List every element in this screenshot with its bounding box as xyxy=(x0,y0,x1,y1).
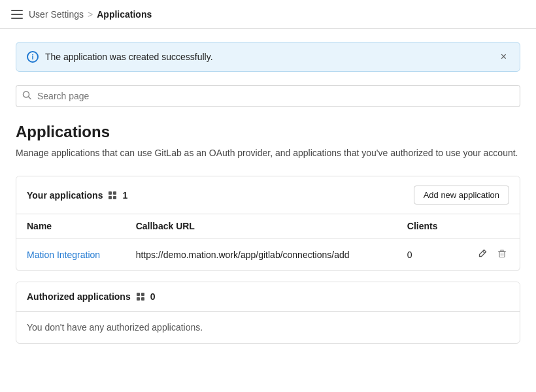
your-applications-header: Your applications 1 Add new application xyxy=(16,176,520,214)
col-actions xyxy=(456,214,520,238)
your-applications-title-group: Your applications 1 xyxy=(27,190,127,201)
svg-rect-5 xyxy=(109,191,112,195)
search-container xyxy=(16,85,520,107)
svg-rect-0 xyxy=(11,10,23,11)
alert-close-button[interactable]: × xyxy=(498,50,509,63)
page-description: Manage applications that can use GitLab … xyxy=(16,146,520,160)
edit-application-button[interactable] xyxy=(475,246,490,263)
info-icon: i xyxy=(27,51,39,63)
authorized-applications-label: Authorized applications xyxy=(27,291,131,302)
authorized-apps-grid-icon xyxy=(136,292,145,301)
app-clients-cell: 0 xyxy=(397,238,456,271)
authorized-applications-title-group: Authorized applications 0 xyxy=(27,291,155,302)
breadcrumb-current: Applications xyxy=(97,9,152,20)
authorized-applications-count: 0 xyxy=(150,291,156,302)
svg-line-4 xyxy=(29,97,31,99)
app-callback-url-cell: https://demo.mation.work/app/gitlab/conn… xyxy=(126,238,397,271)
table-header-row: Name Callback URL Clients xyxy=(16,214,520,238)
delete-application-button[interactable] xyxy=(495,246,509,263)
search-icon xyxy=(22,91,31,102)
app-actions-cell xyxy=(456,238,520,271)
top-nav: User Settings > Applications xyxy=(0,0,536,29)
table-row: Mation Integration https://demo.mation.w… xyxy=(16,238,520,271)
breadcrumb-parent[interactable]: User Settings xyxy=(29,9,84,20)
page-title: Applications xyxy=(16,123,520,141)
applications-table: Name Callback URL Clients Mation Integra… xyxy=(16,214,520,270)
alert-message: The application was created successfully… xyxy=(45,52,213,62)
svg-rect-17 xyxy=(141,297,144,301)
authorized-applications-card: Authorized applications 0 You don't have… xyxy=(16,282,520,344)
authorized-empty-message: You don't have any authorized applicatio… xyxy=(16,312,520,343)
breadcrumb: User Settings > Applications xyxy=(29,9,152,20)
col-clients: Clients xyxy=(397,214,456,238)
apps-grid-icon xyxy=(108,191,117,200)
svg-rect-1 xyxy=(11,14,23,15)
app-name-cell: Mation Integration xyxy=(16,238,126,271)
svg-rect-14 xyxy=(137,293,140,296)
your-applications-label: Your applications xyxy=(27,190,103,201)
col-callback-url: Callback URL xyxy=(126,214,397,238)
svg-rect-7 xyxy=(109,196,112,199)
app-name-link[interactable]: Mation Integration xyxy=(27,250,100,260)
svg-rect-15 xyxy=(141,293,144,296)
svg-rect-8 xyxy=(113,196,116,199)
svg-rect-16 xyxy=(137,297,140,301)
search-input[interactable] xyxy=(16,85,520,107)
alert-left: i The application was created successful… xyxy=(27,51,213,63)
authorized-applications-header: Authorized applications 0 xyxy=(16,282,520,312)
svg-line-9 xyxy=(483,252,485,253)
svg-rect-6 xyxy=(113,191,116,195)
svg-rect-2 xyxy=(11,18,23,19)
your-applications-card: Your applications 1 Add new application … xyxy=(16,176,520,271)
success-alert: i The application was created successful… xyxy=(16,42,520,72)
svg-rect-11 xyxy=(499,252,505,257)
add-new-application-button[interactable]: Add new application xyxy=(414,186,509,204)
your-applications-count: 1 xyxy=(122,190,127,201)
sidebar-toggle-button[interactable] xyxy=(10,8,24,21)
breadcrumb-separator: > xyxy=(88,9,93,20)
main-content: i The application was created successful… xyxy=(0,29,536,367)
col-name: Name xyxy=(16,214,126,238)
